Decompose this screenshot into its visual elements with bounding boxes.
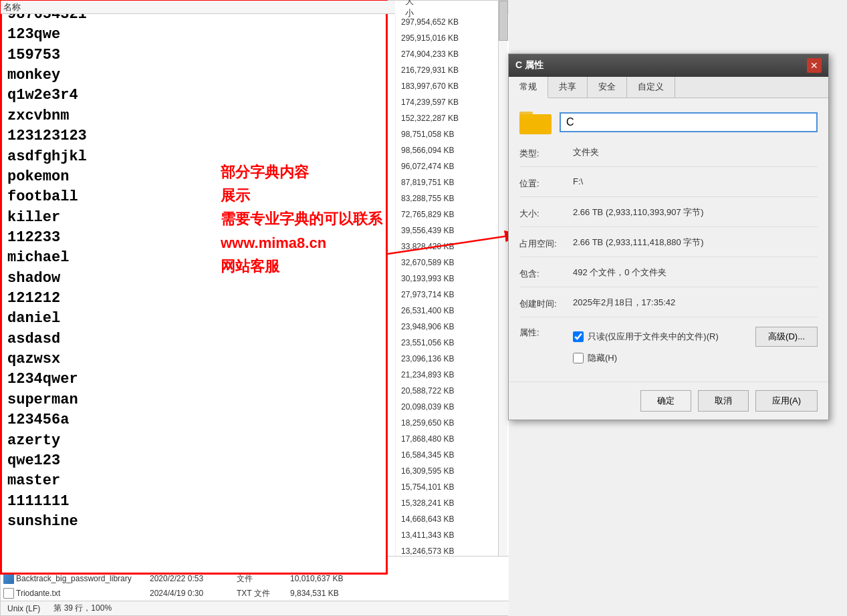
size-item: 18,259,650 KB: [396, 415, 509, 431]
password-item: 121212: [7, 289, 380, 309]
annotation-line2: 展示: [221, 184, 382, 207]
size-item: 72,765,829 KB: [396, 206, 509, 222]
size-label: 大小:: [519, 206, 573, 220]
dialog-footer: 确定 取消 应用(A): [509, 381, 828, 420]
size-item: 27,973,714 KB: [396, 287, 509, 303]
password-item: monkey: [7, 65, 380, 86]
type-row: 类型: 文件夹: [519, 146, 818, 167]
attr-label: 属性:: [519, 327, 573, 339]
size-item: 14,668,643 KB: [396, 511, 509, 527]
annotation-overlay: 部分字典内容 展示 需要专业字典的可以联系 www.mima8.cn 网站客服: [221, 160, 382, 278]
file-size-column: 297,954,652 KB 295,915,016 KB 274,904,23…: [395, 14, 509, 575]
size-item: 13,411,343 KB: [396, 527, 509, 543]
password-item: qazwsx: [7, 349, 380, 369]
dialog-title: C 属性: [515, 59, 543, 71]
size-item: 26,531,400 KB: [396, 303, 509, 319]
type-value: 文件夹: [573, 146, 818, 158]
encoding-status: Unix (LF): [7, 604, 40, 613]
advanced-button[interactable]: 高级(D)...: [755, 327, 818, 347]
password-item: sunshine: [7, 512, 380, 532]
tab-custom[interactable]: 自定义: [627, 77, 675, 98]
size-item: 216,729,931 KB: [396, 62, 509, 78]
size-item: 30,193,993 KB: [396, 271, 509, 287]
file-name: Triodante.txt: [16, 589, 150, 598]
file-size: 9,834,531 KB: [290, 589, 357, 598]
scrollbar[interactable]: [498, 1, 507, 575]
size-item: 15,754,101 KB: [396, 479, 509, 495]
created-row: 创建时间: 2025年2月18日，17:35:42: [519, 297, 818, 317]
dialog-titlebar: C 属性 ✕: [509, 54, 828, 77]
password-item: q1w2e3r4: [7, 86, 380, 106]
size-item: 152,322,287 KB: [396, 110, 509, 126]
size-item: 20,588,722 KB: [396, 383, 509, 399]
location-value: F:\: [573, 176, 818, 186]
disk-size-row: 占用空间: 2.66 TB (2,933,111,418,880 字节): [519, 237, 818, 257]
folder-name-row: [519, 109, 818, 136]
created-value: 2025年2月18日，17:35:42: [573, 297, 818, 309]
size-item: 39,556,439 KB: [396, 222, 509, 239]
password-item: zxcvbnm: [7, 106, 380, 126]
password-item: 1111111: [7, 492, 380, 512]
size-item: 96,072,474 KB: [396, 158, 509, 174]
status-bar: Unix (LF) 第 39 行，100%: [1, 601, 509, 615]
password-item: azerty: [7, 431, 380, 451]
readonly-checkbox[interactable]: [573, 331, 584, 342]
password-item: 159753: [7, 45, 380, 65]
password-item: 123456a: [7, 410, 380, 430]
created-label: 创建时间:: [519, 297, 573, 310]
dialog-body: 类型: 文件夹 位置: F:\ 大小: 2.66 TB (2,933,110,3…: [509, 98, 828, 381]
size-item: 83,288,755 KB: [396, 190, 509, 206]
properties-dialog: C 属性 ✕ 常规 共享 安全 自定义 类型:: [508, 53, 829, 420]
disk-size-label: 占用空间:: [519, 237, 573, 250]
size-item: 98,751,058 KB: [396, 126, 509, 142]
password-item: master: [7, 471, 380, 491]
size-item: 23,096,136 KB: [396, 351, 509, 367]
annotation-line3: 需要专业字典的可以联系: [221, 207, 382, 230]
size-item: 87,819,751 KB: [396, 174, 509, 190]
attributes-row: 属性: 只读(仅应用于文件夹中的文件)(R) 高级(D)... 隐藏(H): [519, 327, 818, 364]
apply-button[interactable]: 应用(A): [755, 390, 818, 412]
tab-general[interactable]: 常规: [509, 77, 548, 98]
size-item: 16,584,345 KB: [396, 447, 509, 463]
password-item: asdasd: [7, 329, 380, 349]
size-item: 174,239,597 KB: [396, 94, 509, 110]
size-item: 20,098,039 KB: [396, 399, 509, 415]
file-type: TXT 文件: [237, 588, 290, 599]
dialog-overlay: C 属性 ✕ 常规 共享 安全 自定义 类型:: [508, 53, 829, 521]
contains-label: 包含:: [519, 267, 573, 280]
location-row: 位置: F:\: [519, 176, 818, 197]
name-col-header: 名称: [3, 1, 137, 13]
folder-name-input[interactable]: [560, 112, 818, 132]
cancel-button[interactable]: 取消: [698, 390, 749, 412]
scrollbar-thumb[interactable]: [499, 1, 508, 41]
file-date: 2024/4/19 0:30: [150, 589, 237, 598]
size-item: 32,670,589 KB: [396, 255, 509, 271]
annotation-line4: www.mima8.cn: [221, 231, 382, 255]
password-item: daniel: [7, 309, 380, 329]
size-item: 15,328,241 KB: [396, 495, 509, 511]
annotation-line1: 部分字典内容: [221, 160, 382, 184]
contains-row: 包含: 492 个文件，0 个文件夹: [519, 267, 818, 287]
password-item: 1234qwer: [7, 369, 380, 390]
hidden-checkbox[interactable]: [573, 353, 584, 363]
tab-share[interactable]: 共享: [548, 77, 588, 98]
column-header: 名称 大小: [1, 1, 395, 14]
tab-security[interactable]: 安全: [588, 77, 627, 98]
attr-checkboxes: 只读(仅应用于文件夹中的文件)(R) 高级(D)... 隐藏(H): [573, 327, 818, 364]
size-row: 大小: 2.66 TB (2,933,110,393,907 字节): [519, 206, 818, 227]
dialog-close-button[interactable]: ✕: [807, 58, 822, 73]
disk-size-value: 2.66 TB (2,933,111,418,880 字节): [573, 237, 818, 249]
list-item[interactable]: Triodante.txt 2024/4/19 0:30 TXT 文件 9,83…: [1, 586, 509, 601]
dialog-tabs: 常规 共享 安全 自定义: [509, 77, 828, 98]
size-item: 183,997,670 KB: [396, 78, 509, 94]
file-date: 2020/2/22 0:53: [150, 574, 237, 583]
password-item: superman: [7, 390, 380, 410]
readonly-label[interactable]: 只读(仅应用于文件夹中的文件)(R): [573, 331, 719, 343]
hidden-label[interactable]: 隐藏(H): [573, 352, 818, 364]
confirm-button[interactable]: 确定: [640, 390, 691, 412]
file-type: 文件: [237, 573, 290, 585]
annotation-line5: 网站客服: [221, 255, 382, 278]
file-name: Backtrack_big_password_library: [16, 574, 150, 583]
size-item: 23,551,056 KB: [396, 335, 509, 351]
size-col-header: 大小: [405, 0, 414, 19]
